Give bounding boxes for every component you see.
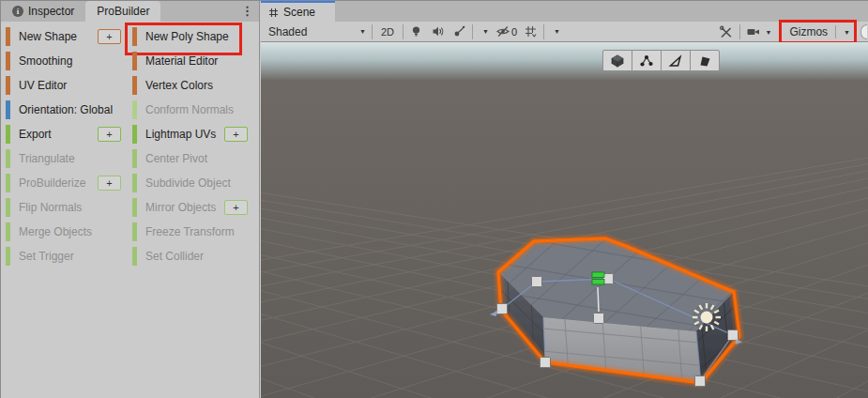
pb-button-label: Vertex Colors xyxy=(145,79,213,92)
unity-editor-window: i Inspector ProBuilder ⋮ New Shape+ New … xyxy=(0,0,868,398)
tools-icon xyxy=(719,25,734,39)
chevron-down-icon: ▼ xyxy=(844,29,850,36)
pb-button-label: UV Editor xyxy=(19,79,67,92)
height-handle-stem xyxy=(598,287,599,312)
separator xyxy=(372,24,373,39)
chevron-down-icon: ▼ xyxy=(554,28,560,35)
toggle-2d-button[interactable]: 2D xyxy=(374,23,401,40)
plus-button[interactable]: + xyxy=(98,127,121,142)
left-tabbar: i Inspector ProBuilder ⋮ xyxy=(1,1,259,22)
pb-button-center-pivot[interactable]: Center Pivot xyxy=(130,148,254,169)
scene-tabbar: Scene xyxy=(261,1,868,22)
pb-button-triangulate[interactable]: Triangulate xyxy=(4,148,128,169)
scene-toolbar: Shaded ▼ 2D ▼ 0 xyxy=(261,22,868,42)
scene-search-input[interactable] xyxy=(860,24,867,39)
pb-button-label: Mirror Objects xyxy=(145,201,216,214)
color-bar xyxy=(6,125,10,144)
face-mode-button[interactable] xyxy=(690,50,720,71)
pb-button-label: New Shape xyxy=(19,30,77,43)
pb-button-flip-normals[interactable]: Flip Normals xyxy=(4,197,128,218)
color-bar xyxy=(6,100,10,119)
shading-mode-label: Shaded xyxy=(268,25,307,38)
pb-button-set-collider[interactable]: Set Collider xyxy=(130,246,254,267)
sun-light-gizmo xyxy=(693,303,721,331)
pb-button-merge-objects[interactable]: Merge Objects xyxy=(4,222,128,242)
scene-toolbar-right: ▼ Gizmos ▼ xyxy=(715,22,867,42)
edit-mode-toolbar xyxy=(602,50,720,71)
grid-icon xyxy=(268,8,279,18)
scene-tools-button[interactable] xyxy=(715,23,738,40)
pb-button-smoothing[interactable]: Smoothing xyxy=(4,51,128,71)
pb-button-label: Smoothing xyxy=(19,54,72,68)
pb-button-label: New Poly Shape xyxy=(145,30,229,43)
pb-button-label: Export xyxy=(19,128,52,141)
color-bar xyxy=(132,198,137,217)
pb-button-label: Conform Normals xyxy=(145,103,234,116)
tab-scene-label: Scene xyxy=(283,6,315,19)
pb-button-uv-editor[interactable]: UV Editor xyxy=(4,75,128,96)
scene-effects-button[interactable] xyxy=(449,23,470,40)
pb-button-label: Freeze Transform xyxy=(145,225,235,238)
probuilder-panel: i Inspector ProBuilder ⋮ New Shape+ New … xyxy=(1,1,260,398)
pb-button-set-trigger[interactable]: Set Trigger xyxy=(4,246,128,267)
effects-dropdown[interactable]: ▼ xyxy=(475,23,493,40)
pb-button-lightmap-uvs[interactable]: Lightmap UVs+ xyxy=(130,124,254,145)
speaker-icon xyxy=(431,24,445,38)
plus-button[interactable]: + xyxy=(98,29,121,44)
scene-panel: Scene Shaded ▼ 2D ▼ 0 xyxy=(261,1,868,398)
chevron-down-icon: ▼ xyxy=(765,29,771,36)
plus-button[interactable]: + xyxy=(224,127,248,142)
separator xyxy=(835,25,836,38)
color-bar xyxy=(132,27,137,46)
grid-snap-button[interactable] xyxy=(520,23,541,40)
tab-inspector-label: Inspector xyxy=(28,5,74,18)
separator xyxy=(472,24,473,39)
pb-button-orientation[interactable]: Orientation: Global xyxy=(4,100,128,120)
pb-button-freeze-transform[interactable]: Freeze Transform xyxy=(130,222,254,242)
gizmos-dropdown[interactable]: Gizmos ▼ xyxy=(779,20,857,44)
plus-button[interactable]: + xyxy=(224,200,248,215)
pb-button-mirror-objects[interactable]: Mirror Objects+ xyxy=(130,197,254,218)
chevron-down-icon: ▼ xyxy=(482,28,489,35)
color-bar xyxy=(6,198,10,217)
chevron-down-icon: ▼ xyxy=(359,28,366,35)
pb-button-vertex-colors[interactable]: Vertex Colors xyxy=(130,75,254,96)
scene-camera-button[interactable]: ▼ xyxy=(742,23,775,40)
color-bar xyxy=(6,222,10,241)
hidden-count: 0 xyxy=(511,26,517,38)
kebab-menu-icon[interactable]: ⋮ xyxy=(241,3,253,20)
shading-mode-dropdown[interactable]: Shaded ▼ xyxy=(265,23,370,40)
grid-snap-dropdown[interactable]: ▼ xyxy=(546,23,564,40)
camera-icon xyxy=(746,25,761,38)
separator xyxy=(543,24,544,39)
scene-audio-button[interactable] xyxy=(427,23,449,40)
color-bar xyxy=(132,149,137,168)
scene-lighting-button[interactable] xyxy=(405,23,427,40)
pb-button-label: Set Collider xyxy=(145,250,204,263)
scene-visibility-button[interactable]: 0 xyxy=(493,24,520,38)
plus-button[interactable]: + xyxy=(98,176,121,191)
visibility-off-icon xyxy=(495,24,510,38)
vertex-mode-button[interactable] xyxy=(632,50,662,71)
edge-mode-button[interactable] xyxy=(661,50,691,71)
pb-button-export[interactable]: Export+ xyxy=(4,124,128,145)
tab-inspector[interactable]: i Inspector xyxy=(1,1,85,22)
scene-viewport[interactable] xyxy=(261,42,868,398)
tab-probuilder[interactable]: ProBuilder xyxy=(85,1,160,22)
tab-scene[interactable]: Scene xyxy=(261,1,335,22)
pb-button-label: Material Editor xyxy=(145,54,218,68)
pb-button-subdivide-object[interactable]: Subdivide Object xyxy=(130,173,254,193)
object-mode-button[interactable] xyxy=(602,50,632,71)
pb-button-probuilderize[interactable]: ProBuilderize+ xyxy=(4,173,128,193)
info-icon: i xyxy=(12,6,23,17)
pb-button-label: Orientation: Global xyxy=(19,103,113,116)
vertex-mode-icon xyxy=(639,54,654,69)
color-bar xyxy=(132,174,137,192)
pb-button-conform-normals[interactable]: Conform Normals xyxy=(130,100,254,120)
pb-button-material-editor[interactable]: Material Editor xyxy=(130,51,254,71)
color-bar xyxy=(132,52,137,70)
pb-button-label: Flip Normals xyxy=(19,201,82,214)
effects-icon xyxy=(452,24,466,38)
pb-button-new-poly-shape[interactable]: New Poly Shape xyxy=(130,26,254,47)
pb-button-new-shape[interactable]: New Shape+ xyxy=(4,26,128,47)
